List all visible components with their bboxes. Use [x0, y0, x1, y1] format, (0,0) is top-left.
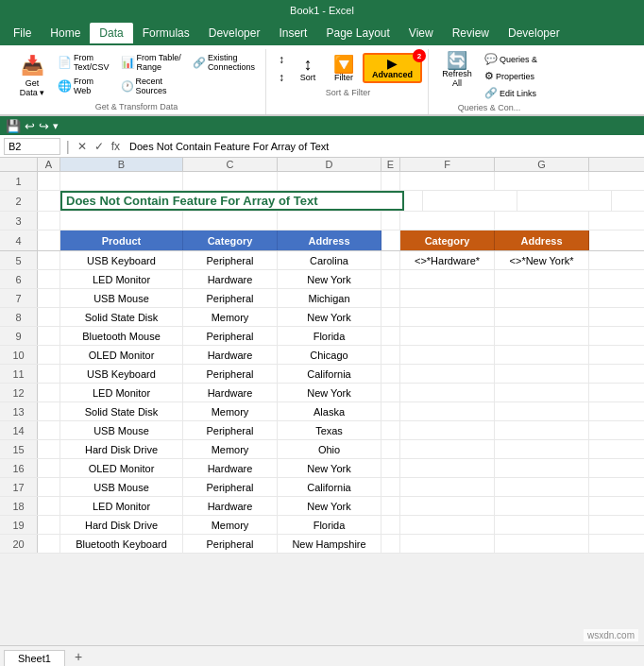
table-row: 18 LED Monitor Hardware New York	[0, 497, 644, 516]
cell-address[interactable]: Chicago	[278, 346, 381, 364]
cell-category[interactable]: Memory	[183, 516, 278, 534]
cell-product[interactable]: USB Mouse	[60, 478, 183, 496]
cell-category[interactable]: Peripheral	[183, 289, 278, 307]
title-cell[interactable]: Does Not Contain Feature For Array of Te…	[60, 191, 404, 211]
menu-item-home[interactable]: Home	[41, 23, 90, 43]
menu-item-review[interactable]: Review	[443, 23, 499, 43]
col-header-b[interactable]: B	[60, 158, 183, 171]
cell-product[interactable]: OLED Monitor	[60, 346, 183, 364]
cell-category[interactable]: Peripheral	[183, 327, 278, 345]
from-web-button[interactable]: 🌐FromWeb	[53, 75, 114, 97]
cell-product[interactable]: LED Monitor	[60, 270, 183, 288]
cell-address[interactable]: New York	[278, 384, 381, 401]
cell-address[interactable]: New York	[278, 308, 381, 326]
recent-sources-button[interactable]: 🕐RecentSources	[116, 75, 186, 97]
column-headers: A B C D E F G	[0, 158, 644, 172]
col-header-g[interactable]: G	[495, 158, 589, 171]
cell-product[interactable]: Bluetooth Keyboard	[60, 535, 183, 553]
menu-item-view[interactable]: View	[399, 23, 443, 43]
cell-category[interactable]: Hardware	[183, 384, 278, 401]
cell-product[interactable]: USB Mouse	[60, 421, 183, 439]
existing-connections-button[interactable]: 🔗ExistingConnections	[188, 51, 260, 74]
cell-category[interactable]: Memory	[183, 402, 278, 420]
cell-category[interactable]: Hardware	[183, 270, 278, 288]
table-row: 15 Hard Disk Drive Memory Ohio	[0, 440, 644, 459]
custom-icon[interactable]: ▾	[53, 120, 59, 132]
table-header-product: Product	[60, 231, 183, 250]
cell-product[interactable]: Bluetooth Mouse	[60, 327, 183, 345]
from-text-csv-button[interactable]: 📄FromText/CSV	[53, 51, 114, 74]
cancel-icon[interactable]: ✕	[76, 140, 89, 153]
undo-icon[interactable]: ↩	[25, 119, 35, 133]
cell-category[interactable]: Peripheral	[183, 421, 278, 439]
cell-product[interactable]: LED Monitor	[60, 384, 183, 401]
cell-address[interactable]: Texas	[278, 421, 381, 439]
cell-category[interactable]: Memory	[183, 440, 278, 458]
cell-address[interactable]: New York	[278, 459, 381, 477]
cell-address[interactable]: New York	[278, 270, 381, 288]
menu-item-insert[interactable]: Insert	[269, 23, 316, 43]
cell-product[interactable]: LED Monitor	[60, 497, 183, 515]
cell-address[interactable]: New Hampshire	[278, 535, 381, 553]
cell-product[interactable]: OLED Monitor	[60, 459, 183, 477]
cell-category[interactable]: Peripheral	[183, 478, 278, 496]
refresh-all-button[interactable]: 🔄 Refresh All	[436, 49, 478, 91]
cell-category[interactable]: Hardware	[183, 346, 278, 364]
menu-item-formulas[interactable]: Formulas	[133, 23, 199, 43]
cell-address[interactable]: California	[278, 478, 381, 496]
col-header-e[interactable]: E	[381, 158, 400, 171]
formula-input[interactable]	[126, 138, 640, 155]
cell-address[interactable]: Florida	[278, 327, 381, 345]
menu-item-page-layout[interactable]: Page Layout	[316, 23, 398, 43]
cell-5-b[interactable]: USB Keyboard	[60, 251, 183, 269]
col-header-d[interactable]: D	[278, 158, 381, 171]
filter-header-address: Address	[495, 231, 589, 250]
cell-category[interactable]: Peripheral	[183, 535, 278, 553]
sort-za-button[interactable]: ↕	[274, 69, 289, 86]
cell-product[interactable]: Solid State Disk	[60, 402, 183, 420]
sort-button[interactable]: ↕ Sort	[291, 53, 325, 85]
cell-category[interactable]: Memory	[183, 308, 278, 326]
cell-product[interactable]: Hard Disk Drive	[60, 440, 183, 458]
cell-address[interactable]: California	[278, 365, 381, 383]
cell-product[interactable]: USB Mouse	[60, 289, 183, 307]
sort-az-button[interactable]: ↕	[274, 51, 289, 68]
properties-button[interactable]: ⚙Properties	[480, 68, 542, 84]
cell-category[interactable]: Hardware	[183, 497, 278, 515]
name-box[interactable]	[4, 138, 60, 155]
from-table-button[interactable]: 📊From Table/Range	[116, 51, 186, 74]
confirm-icon[interactable]: ✓	[93, 140, 106, 153]
cell-category[interactable]: Peripheral	[183, 365, 278, 383]
cell-product[interactable]: USB Keyboard	[60, 365, 183, 383]
filter-button[interactable]: 🔽 Filter	[327, 53, 361, 85]
col-header-c[interactable]: C	[183, 158, 278, 171]
cell-category[interactable]: Hardware	[183, 459, 278, 477]
cell-product[interactable]: Solid State Disk	[60, 308, 183, 326]
col-header-f[interactable]: F	[400, 158, 495, 171]
col-header-a[interactable]: A	[38, 158, 60, 171]
cell-address[interactable]: Ohio	[278, 440, 381, 458]
add-sheet-button[interactable]: +	[67, 647, 90, 666]
sheet-tab-sheet1[interactable]: Sheet1	[4, 650, 65, 666]
cell-5-d[interactable]: Carolina	[278, 251, 381, 269]
ribbon-group-get-data: 📥 GetData ▾ 📄FromText/CSV 🌐FromWeb 📊From…	[8, 49, 266, 114]
edit-links-button[interactable]: 🔗Edit Links	[480, 85, 542, 101]
menu-item-file[interactable]: File	[4, 23, 41, 43]
cell-address[interactable]: Michigan	[278, 289, 381, 307]
advanced-button[interactable]: ▶ Advanced 2	[363, 53, 422, 83]
cell-address[interactable]: New York	[278, 497, 381, 515]
redo-icon[interactable]: ↪	[39, 119, 49, 133]
table-row: 6 LED Monitor Hardware New York	[0, 270, 644, 289]
cell-5-c[interactable]: Peripheral	[183, 251, 278, 269]
menu-item-data[interactable]: Data	[90, 23, 132, 43]
menu-item-developer2[interactable]: Developer	[499, 23, 569, 43]
cell-address[interactable]: Alaska	[278, 402, 381, 420]
function-icon[interactable]: fx	[110, 140, 122, 153]
get-data-button[interactable]: 📥 GetData ▾	[13, 49, 51, 100]
save-icon[interactable]: 💾	[6, 119, 21, 133]
cell-product[interactable]: Hard Disk Drive	[60, 516, 183, 534]
queries-connections-button[interactable]: 💬Queries &	[480, 51, 542, 67]
spreadsheet: A B C D E F G 1 2 Does Not Contain Featu…	[0, 158, 644, 270]
cell-address[interactable]: Florida	[278, 516, 381, 534]
menu-item-developer[interactable]: Developer	[199, 23, 270, 43]
